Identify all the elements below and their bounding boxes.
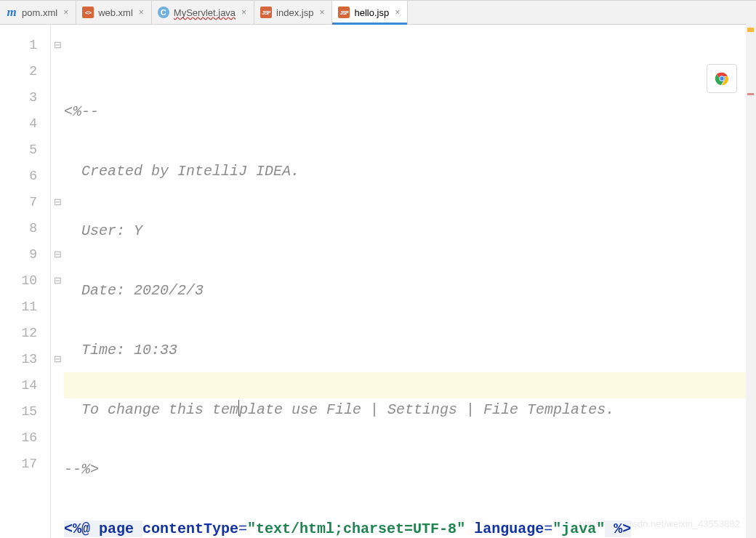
- line-number: 2: [0, 58, 50, 84]
- code-text: "text/html;charset=UTF-8": [247, 521, 465, 537]
- line-number: 12: [0, 320, 50, 346]
- line-number: 4: [0, 111, 50, 137]
- line-number: 17: [0, 451, 50, 477]
- line-number: 13: [0, 346, 50, 372]
- code-text: =: [238, 521, 247, 537]
- line-number: 8: [0, 215, 50, 241]
- line-number: 5: [0, 137, 50, 163]
- current-line-highlight: [64, 372, 756, 398]
- code-text: "java": [552, 521, 605, 537]
- tab-label: hello.jsp: [354, 7, 389, 18]
- line-number: 3: [0, 84, 50, 111]
- line-number: 16: [0, 425, 50, 451]
- line-number-gutter: 1 2 3 4 5 6 7 8 9 10 11 12 13 14 15 16 1…: [0, 25, 51, 538]
- tab-label: MyServlet.java: [174, 7, 236, 18]
- code-text: language: [474, 521, 544, 537]
- tab-web-xml[interactable]: <> web.xml ×: [76, 1, 152, 24]
- code-editor[interactable]: 1 2 3 4 5 6 7 8 9 10 11 12 13 14 15 16 1…: [0, 25, 756, 538]
- line-number: 11: [0, 294, 50, 320]
- jsp-file-icon: JSP: [338, 7, 350, 18]
- line-number: 7: [0, 189, 50, 215]
- line-number: 15: [0, 398, 50, 425]
- code-area[interactable]: <%-- Created by IntelliJ IDEA. User: Y D…: [64, 25, 756, 538]
- close-icon[interactable]: ×: [393, 7, 401, 17]
- editor-tabbar: m pom.xml × <> web.xml × C MyServlet.jav…: [0, 1, 756, 25]
- tab-index-jsp[interactable]: JSP index.jsp ×: [254, 1, 332, 24]
- code-text: To change this tem: [64, 401, 238, 418]
- jsp-file-icon: JSP: [260, 7, 272, 18]
- maven-icon: m: [6, 7, 17, 18]
- line-number: 10: [0, 268, 50, 294]
- code-text: User: Y: [64, 222, 142, 239]
- close-icon[interactable]: ×: [318, 7, 326, 17]
- open-in-chrome-button[interactable]: [707, 64, 737, 93]
- close-icon[interactable]: ×: [62, 7, 70, 17]
- code-text: Time: 10:33: [64, 342, 177, 358]
- tab-label: pom.xml: [22, 7, 57, 18]
- line-number: 14: [0, 372, 50, 398]
- tab-label: index.jsp: [276, 7, 313, 18]
- error-marker-icon[interactable]: [747, 93, 754, 95]
- tab-hello-jsp[interactable]: JSP hello.jsp ×: [332, 1, 408, 24]
- code-text: --%>: [64, 461, 99, 478]
- tab-myservlet-java[interactable]: C MyServlet.java ×: [152, 1, 254, 24]
- tab-pom-xml[interactable]: m pom.xml ×: [0, 1, 76, 24]
- warning-marker-icon[interactable]: [747, 28, 754, 32]
- code-text: Date: 2020/2/3: [64, 282, 204, 299]
- line-number: 9: [0, 241, 50, 268]
- code-text: page: [99, 521, 142, 537]
- xml-file-icon: <>: [82, 7, 94, 18]
- tab-label: web.xml: [98, 7, 133, 18]
- code-text: <%--: [64, 103, 99, 120]
- close-icon[interactable]: ×: [137, 7, 145, 17]
- line-number: 1: [0, 32, 50, 58]
- code-text: =: [544, 521, 552, 537]
- error-stripe[interactable]: [746, 23, 756, 538]
- fold-column: ⊟ ⊟ ⊟ ⊟ ⊟: [51, 25, 64, 538]
- line-number: 6: [0, 163, 50, 189]
- code-text: Created by IntelliJ IDEA.: [64, 163, 299, 180]
- close-icon[interactable]: ×: [240, 7, 248, 17]
- fold-toggle-icon[interactable]: ⊟: [51, 346, 64, 372]
- code-text: plate use File | Settings | File Templat…: [239, 401, 614, 418]
- chrome-icon: [714, 71, 730, 87]
- java-class-icon: C: [158, 7, 169, 18]
- code-text: %>: [605, 521, 631, 537]
- code-text: contentType: [142, 521, 238, 537]
- fold-toggle-icon[interactable]: ⊟: [51, 32, 64, 58]
- code-text: <%@: [64, 521, 99, 537]
- fold-toggle-icon[interactable]: ⊟: [51, 268, 64, 294]
- fold-toggle-icon[interactable]: ⊟: [51, 189, 64, 215]
- fold-toggle-icon[interactable]: ⊟: [51, 241, 64, 268]
